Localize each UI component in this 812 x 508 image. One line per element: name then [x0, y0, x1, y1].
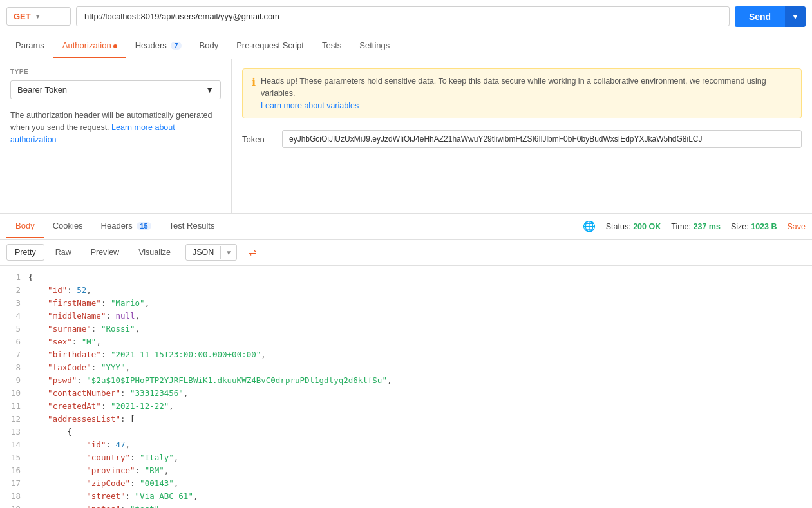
line-content: "createdAt": "2021-12-22", — [28, 400, 807, 413]
json-punct: , — [135, 324, 140, 334]
tab-settings[interactable]: Settings — [350, 34, 399, 58]
json-string: "Via ABC 61" — [135, 491, 193, 501]
format-visualize[interactable]: Visualize — [130, 244, 179, 261]
line-content: { — [28, 271, 807, 284]
json-brace: { — [28, 272, 33, 282]
json-punct: : — [101, 298, 111, 308]
code-line: 15 "country": "Italy", — [0, 451, 812, 464]
bearer-token-select[interactable]: Bearer Token ▼ — [10, 80, 221, 99]
tab-body[interactable]: Body — [191, 34, 228, 58]
bearer-token-label: Bearer Token — [17, 85, 67, 95]
token-row: Token — [242, 130, 802, 148]
response-tab-test-results[interactable]: Test Results — [160, 214, 224, 238]
method-select[interactable]: GET ▼ — [6, 7, 71, 26]
json-key: "street" — [86, 491, 125, 501]
line-number: 8 — [5, 361, 28, 374]
json-punct: : — [101, 401, 111, 411]
type-label: TYPE — [10, 68, 221, 75]
send-button-group: Send ▼ — [735, 6, 806, 27]
response-tab-body[interactable]: Body — [6, 214, 44, 238]
learn-variables-link[interactable]: Learn more about variables — [261, 101, 359, 110]
response-tab-headers[interactable]: Headers 15 — [92, 214, 160, 238]
line-content: "notes": "test" — [28, 503, 807, 508]
line-number: 1 — [5, 271, 28, 284]
json-punct: , — [174, 478, 179, 488]
json-punct: : — [67, 285, 77, 295]
line-content: "birthdate": "2021-11-15T23:00:00.000+00… — [28, 348, 807, 361]
line-content: "sex": "M", — [28, 335, 807, 348]
filter-icon-button[interactable]: ⇌ — [243, 243, 262, 261]
json-key: "notes" — [86, 504, 120, 508]
line-content: { — [28, 426, 807, 438]
auth-right-panel: ℹ Heads up! These parameters hold sensit… — [232, 59, 812, 213]
code-line: 11 "createdAt": "2021-12-22", — [0, 400, 812, 413]
response-tab-cookies[interactable]: Cookies — [44, 214, 92, 238]
tab-params[interactable]: Params — [6, 34, 53, 58]
code-line: 19 "notes": "test" — [0, 503, 812, 508]
line-content: "id": 47, — [28, 438, 807, 451]
tab-tests[interactable]: Tests — [313, 34, 350, 58]
tab-pre-request[interactable]: Pre-request Script — [227, 34, 313, 58]
json-punct: , — [261, 350, 266, 359]
json-key: "id" — [86, 440, 106, 449]
json-punct: : — [101, 350, 111, 359]
json-punct — [28, 337, 48, 346]
token-input[interactable] — [282, 130, 802, 148]
json-brace: [ — [130, 414, 135, 424]
url-input[interactable] — [76, 6, 730, 26]
authorization-dot — [113, 44, 117, 48]
json-punct: , — [86, 285, 91, 295]
status-label: Status: 200 OK — [606, 222, 661, 231]
line-number: 12 — [5, 413, 28, 426]
line-number: 2 — [5, 284, 28, 297]
response-tabs-row: Body Cookies Headers 15 Test Results 🌐 S… — [0, 214, 812, 240]
json-punct — [28, 285, 48, 295]
json-string: "Rossi" — [101, 324, 135, 334]
json-key: "addressesList" — [48, 414, 120, 424]
json-punct — [28, 311, 48, 321]
json-punct: , — [193, 491, 198, 501]
line-content: "surname": "Rossi", — [28, 323, 807, 335]
line-number: 14 — [5, 438, 28, 451]
response-section: Body Cookies Headers 15 Test Results 🌐 S… — [0, 214, 812, 508]
line-content: "middleName": null, — [28, 310, 807, 323]
info-icon: ℹ — [252, 76, 256, 88]
size-label: Size: 1023 B — [731, 222, 777, 231]
line-content: "contactNumber": "333123456", — [28, 387, 807, 400]
format-raw[interactable]: Raw — [47, 244, 80, 261]
line-number: 4 — [5, 310, 28, 323]
time-label: Time: 237 ms — [671, 222, 721, 231]
token-label: Token — [242, 135, 274, 144]
request-tabs-row: Params Authorization Headers 7 Body Pre-… — [0, 33, 812, 59]
json-null: null — [115, 311, 135, 321]
json-number: 52 — [77, 285, 86, 295]
json-punct — [28, 362, 48, 372]
send-dropdown-button[interactable]: ▼ — [785, 6, 806, 27]
top-bar: GET ▼ Send ▼ — [0, 0, 812, 33]
code-line: 14 "id": 47, — [0, 438, 812, 451]
json-chevron-icon[interactable]: ▼ — [220, 246, 236, 259]
line-number: 16 — [5, 464, 28, 477]
tab-authorization[interactable]: Authorization — [53, 34, 126, 58]
json-key: "surname" — [48, 324, 91, 334]
line-number: 3 — [5, 297, 28, 310]
code-line: 9 "pswd": "$2a$10$IPHoPTP2YJRFLBWiK1.dku… — [0, 374, 812, 387]
format-pretty[interactable]: Pretty — [6, 244, 44, 261]
json-format-select: JSON ▼ — [185, 244, 237, 261]
save-response-button[interactable]: Save — [788, 222, 806, 231]
auth-info-text: The authorization header will be automat… — [10, 109, 221, 146]
line-number: 9 — [5, 374, 28, 387]
code-line: 10 "contactNumber": "333123456", — [0, 387, 812, 400]
tab-headers[interactable]: Headers 7 — [126, 34, 191, 58]
line-content: "street": "Via ABC 61", — [28, 490, 807, 503]
format-preview[interactable]: Preview — [82, 244, 127, 261]
json-punct — [28, 350, 48, 359]
json-punct — [28, 504, 86, 508]
globe-icon[interactable]: 🌐 — [583, 220, 596, 232]
json-punct — [28, 414, 48, 424]
json-punct: , — [174, 453, 179, 462]
code-viewer[interactable]: 1{2 "id": 52,3 "firstName": "Mario",4 "m… — [0, 266, 812, 508]
code-line: 7 "birthdate": "2021-11-15T23:00:00.000+… — [0, 348, 812, 361]
json-punct: : — [126, 491, 135, 501]
send-button[interactable]: Send — [735, 6, 785, 27]
